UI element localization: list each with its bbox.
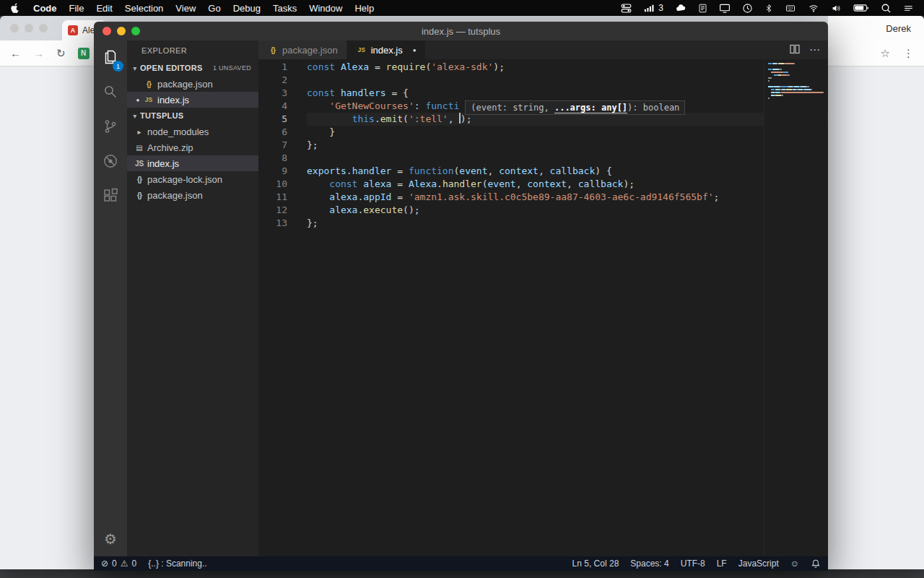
forward-icon[interactable]: → — [33, 47, 44, 59]
wifi-icon[interactable] — [808, 4, 819, 13]
menu-item-debug[interactable]: Debug — [233, 3, 261, 14]
tab-list: {}package.jsonJSindex.js● — [258, 40, 426, 59]
json-file-icon: {} — [143, 80, 154, 88]
file-package.json[interactable]: {}package.json — [127, 187, 258, 203]
code-token: function — [409, 165, 454, 176]
minimize-button[interactable] — [117, 27, 126, 35]
sidebar-title: EXPLORER — [127, 40, 258, 60]
minimap-line — [768, 69, 827, 70]
folder-label: TUTSPLUS — [140, 111, 183, 120]
code-token: emit — [380, 113, 403, 124]
control-center-icon[interactable] — [621, 3, 632, 14]
menu-item-view[interactable]: View — [175, 3, 196, 14]
menu-icon[interactable] — [903, 4, 914, 13]
eol-setting[interactable]: LF — [717, 558, 727, 569]
split-editor-icon[interactable] — [789, 43, 801, 57]
back-icon[interactable]: ← — [10, 47, 21, 59]
battery-icon[interactable] — [853, 4, 869, 12]
close-button[interactable] — [103, 27, 111, 35]
scanning-status[interactable]: {..} : Scanning.. — [148, 558, 206, 569]
tab-label: index.js — [371, 45, 403, 56]
activity-extensions[interactable] — [94, 179, 127, 214]
code-line[interactable]: exports.handler = function(event, contex… — [307, 165, 828, 178]
activity-source-control[interactable] — [94, 110, 127, 144]
activity-search[interactable] — [94, 75, 127, 110]
menu-item-go[interactable]: Go — [208, 3, 220, 14]
code-token: ); — [461, 113, 472, 124]
spotlight-icon[interactable] — [881, 3, 892, 14]
cloud-icon[interactable] — [675, 3, 687, 13]
activity-bar-items: 1 — [94, 40, 127, 214]
window-titlebar[interactable]: index.js — tutsplus — [94, 22, 828, 40]
menu-item-help[interactable]: Help — [354, 3, 374, 14]
code-token — [307, 191, 329, 202]
code-line[interactable] — [307, 152, 828, 165]
reload-icon[interactable]: ↻ — [56, 47, 66, 60]
menu-item-selection[interactable]: Selection — [125, 3, 163, 14]
open-editor-item[interactable]: ●JSindex.js — [127, 92, 258, 108]
zoom-button[interactable] — [131, 27, 140, 35]
activity-debug[interactable] — [94, 144, 127, 179]
minimap-line — [768, 77, 827, 79]
code-line[interactable]: const alexa = Alexa.handler(event, conte… — [307, 178, 828, 191]
browser-close-button[interactable] — [10, 24, 19, 33]
feedback-smiley-icon[interactable]: ☺ — [790, 558, 799, 569]
activity-explorer[interactable]: 1 — [94, 40, 127, 75]
code-line[interactable]: const Alexa = require('alexa-sdk'); — [307, 61, 828, 74]
cellular-icon[interactable] — [643, 3, 655, 13]
file-node_modules[interactable]: ▸node_modules — [127, 124, 258, 139]
folder-section-header[interactable]: ▾ TUTSPLUS — [127, 108, 258, 124]
menu-item-file[interactable]: File — [69, 3, 84, 14]
language-mode[interactable]: JavaScript — [738, 558, 779, 569]
browser-profile-name[interactable]: Derek — [828, 16, 924, 40]
code-line[interactable] — [307, 74, 828, 87]
code-line[interactable]: alexa.execute(); — [307, 204, 828, 217]
tab-index.js[interactable]: JSindex.js● — [347, 40, 426, 59]
line-number: 9 — [258, 165, 287, 178]
cursor-position[interactable]: Ln 5, Col 28 — [572, 558, 619, 569]
warning-icon: ⚠ — [121, 558, 128, 569]
problems-indicator[interactable]: ⊘ 0 ⚠ 0 — [101, 558, 136, 569]
settings-gear-icon[interactable]: ⚙ — [104, 530, 117, 548]
notifications-bell-icon[interactable] — [811, 558, 821, 569]
code-line[interactable]: const handlers = { — [307, 87, 828, 100]
overflow-menu-icon[interactable]: ⋮ — [903, 47, 914, 60]
file-Archive.zip[interactable]: ▤Archive.zip — [127, 139, 258, 155]
browser-zoom-button[interactable] — [39, 24, 48, 33]
document-icon[interactable] — [698, 3, 707, 14]
menu-item-tasks[interactable]: Tasks — [273, 3, 297, 14]
minimap-line — [768, 92, 827, 93]
indentation-setting[interactable]: Spaces: 4 — [630, 558, 668, 569]
menu-item-window[interactable]: Window — [309, 3, 342, 14]
tab-package.json[interactable]: {}package.json — [258, 40, 347, 59]
code-line[interactable]: alexa.appId = 'amzn1.ask.skill.c0c5be89-… — [307, 191, 828, 204]
apple-menu-icon[interactable] — [10, 2, 19, 14]
open-editors-header[interactable]: ▾ OPEN EDITORS 1 UNSAVED — [127, 60, 258, 76]
volume-icon[interactable] — [831, 4, 842, 13]
code-token: , — [488, 165, 500, 176]
code-lines[interactable]: const Alexa = require('alexa-sdk');const… — [292, 59, 828, 556]
clock-icon[interactable] — [742, 3, 753, 14]
code-line[interactable]: }; — [307, 217, 828, 230]
more-actions-icon[interactable]: ⋯ — [809, 43, 821, 56]
code-token: handler — [352, 165, 392, 176]
open-editor-item[interactable]: {}package.json — [127, 76, 258, 92]
encoding-setting[interactable]: UTF-8 — [681, 558, 705, 569]
code-token: , — [539, 165, 550, 176]
bluetooth-icon[interactable] — [764, 3, 773, 14]
file-index.js[interactable]: JSindex.js — [127, 155, 258, 171]
keyboard-icon[interactable] — [785, 4, 796, 13]
display-icon[interactable] — [719, 3, 731, 14]
browser-minimize-button[interactable] — [25, 24, 33, 33]
site-badge[interactable]: N — [78, 48, 90, 59]
code-line[interactable]: 'GetNewCourses': functi(event: string, .… — [307, 100, 828, 113]
code-token: event — [459, 165, 487, 176]
code-line[interactable]: }; — [307, 139, 828, 152]
menu-app-name[interactable]: Code — [33, 3, 57, 14]
bookmark-star-icon[interactable]: ☆ — [881, 47, 890, 60]
minimap-line — [768, 72, 827, 73]
menu-item-edit[interactable]: Edit — [96, 3, 112, 14]
file-package-lock.json[interactable]: {}package-lock.json — [127, 171, 258, 187]
minimap[interactable] — [764, 59, 827, 556]
code-line[interactable]: } — [307, 126, 828, 139]
